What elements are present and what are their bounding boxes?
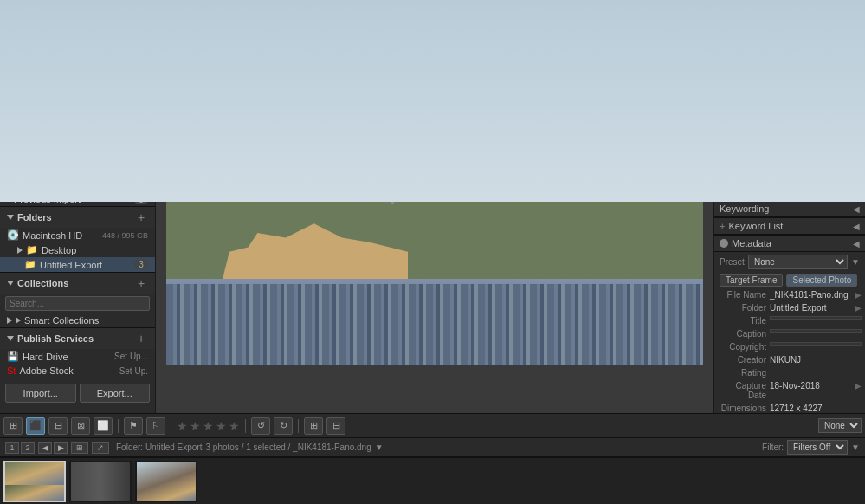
meta-folder-row: Folder Untitled Export ▶ [714, 301, 865, 314]
selected-photo-button[interactable]: Selected Photo [786, 274, 857, 287]
add-publish-button[interactable]: + [134, 332, 148, 346]
add-folder-button[interactable]: + [134, 210, 148, 224]
view-loupe-icon[interactable]: ⬛ [26, 417, 45, 435]
grid-page-1[interactable]: 1 [5, 442, 19, 454]
keyword-list-section: + Keyword List ◀ [714, 217, 865, 235]
folder-icon: 📁 [26, 244, 38, 255]
metadata-preset-select[interactable]: None [748, 255, 848, 269]
filmstrip-prev[interactable]: ◀ [38, 442, 52, 454]
filename-dropdown[interactable]: ▼ [375, 443, 384, 452]
publish-hard-drive[interactable]: 💾 Hard Drive Set Up... [0, 349, 155, 364]
publish-collapse-icon [7, 336, 14, 341]
keywording-title: Keywording [720, 204, 769, 214]
metadata-preset-arrow: ▼ [851, 257, 860, 267]
keyword-list-add-icon: + [720, 221, 725, 231]
meta-title-row: Title [714, 314, 865, 327]
publish-title: Publish Services [17, 333, 94, 344]
publish-adobe-stock[interactable]: St Adobe Stock Set Up. [0, 364, 155, 378]
film-thumb-3-image [137, 462, 196, 501]
folders-section: Folders + 💽 Macintosh HD 448 / 995 GB 📁 … [0, 207, 155, 273]
star-1[interactable]: ★ [177, 419, 188, 433]
keyword-list-header[interactable]: + Keyword List ◀ [714, 218, 865, 235]
drive-macintosh[interactable]: 💽 Macintosh HD 448 / 995 GB [0, 228, 155, 242]
meta-capture-row: Capture Date 18-Nov-2018 ▶ [714, 379, 865, 402]
status-bar: 1 2 ◀ ▶ ⊞ ⤢ Folder: Untitled Export 3 ph… [0, 437, 865, 456]
smart-collections-icon [16, 317, 21, 324]
add-collection-button[interactable]: + [134, 276, 148, 290]
filmstrip [0, 456, 865, 504]
import-export-area: Import... Export... [0, 378, 155, 408]
folder-label: Folder: Untitled Export [116, 443, 203, 452]
metadata-fields: File Name _NIK4181-Pano.dng ▶ Folder Unt… [714, 288, 865, 413]
metadata-section: Metadata ◀ Preset None ▼ Target Frame Se… [714, 235, 865, 413]
folders-collapse-icon [7, 215, 14, 220]
folder-expand-icon [17, 247, 23, 254]
publish-services-section: Publish Services + 💾 Hard Drive Set Up..… [0, 328, 155, 378]
meta-dimensions-row: Dimensions 12712 x 4227 [714, 402, 865, 413]
view-grid-icon[interactable]: ⊞ [3, 417, 23, 435]
zoom-out-icon[interactable]: ⊟ [326, 417, 345, 435]
metadata-eye-icon [720, 239, 728, 248]
rotate-right-icon[interactable]: ↻ [274, 417, 293, 435]
filter-select[interactable]: Filters Off [787, 440, 848, 455]
folder-desktop[interactable]: 📁 Desktop [0, 242, 155, 257]
collections-title: Collections [17, 278, 68, 288]
filmstrip-nav: ◀ ▶ [38, 442, 68, 454]
folder-icon: 📁 [24, 259, 36, 270]
target-frame-button[interactable]: Target Frame [720, 274, 783, 287]
star-4[interactable]: ★ [216, 419, 227, 433]
collections-header[interactable]: Collections + [0, 273, 155, 294]
grid-navigation: 1 2 [5, 442, 35, 454]
star-3[interactable]: ★ [203, 419, 214, 433]
hard-drive-icon: 💾 [7, 351, 19, 362]
folder-untitled-export[interactable]: 📁 Untitled Export 3 [0, 257, 155, 272]
keywording-arrow: ◀ [853, 204, 860, 214]
view-survey-icon[interactable]: ⊠ [71, 417, 90, 435]
toolbar-separator-4 [298, 419, 299, 433]
meta-filename-edit[interactable]: ▶ [855, 290, 862, 300]
collection-search-input[interactable] [5, 296, 150, 311]
unflag-icon[interactable]: ⚐ [146, 417, 165, 435]
export-button[interactable]: Export... [80, 384, 151, 403]
publish-services-header[interactable]: Publish Services + [0, 328, 155, 349]
filter-label: Filter: [762, 443, 784, 452]
meta-caption-row: Caption [714, 327, 865, 340]
flag-icon[interactable]: ⚑ [124, 417, 143, 435]
keyword-list-arrow: ◀ [853, 222, 860, 231]
keyword-list-title: Keyword List [728, 221, 783, 231]
import-button[interactable]: Import... [5, 384, 76, 403]
view-people-icon[interactable]: ⬜ [94, 417, 113, 435]
filmstrip-expand[interactable]: ⤢ [92, 442, 109, 454]
folder-items: 💽 Macintosh HD 448 / 995 GB 📁 Desktop 📁 … [0, 228, 155, 272]
bottom-toolbar: ⊞ ⬛ ⊟ ⊠ ⬜ ⚑ ⚐ ★ ★ ★ ★ ★ ↺ ↻ ⊞ ⊟ None [0, 413, 865, 437]
folders-header[interactable]: Folders + [0, 207, 155, 228]
film-thumb-3[interactable] [135, 461, 197, 502]
rotate-left-icon[interactable]: ↺ [251, 417, 270, 435]
view-compare-icon[interactable]: ⊟ [48, 417, 68, 435]
filter-expand-icon: ▼ [851, 443, 860, 452]
meta-copyright-row: Copyright [714, 340, 865, 353]
film-thumb-1[interactable] [3, 461, 66, 502]
star-rating: ★ ★ ★ ★ ★ [177, 419, 240, 433]
star-2[interactable]: ★ [190, 419, 201, 433]
keywording-header[interactable]: Keywording ◀ [714, 201, 865, 217]
filmstrip-next[interactable]: ▶ [54, 442, 68, 454]
meta-folder-edit[interactable]: ▶ [855, 303, 862, 313]
meta-date-edit[interactable]: ▶ [855, 381, 862, 391]
collections-section: Collections + Smart Collections [0, 273, 155, 328]
film-thumb-2[interactable] [69, 461, 132, 502]
toolbar-dropdown[interactable]: None [818, 418, 862, 433]
hard-drive-icon: 💽 [7, 229, 19, 241]
grid-page-2[interactable]: 2 [21, 442, 35, 454]
metadata-title: Metadata [732, 238, 771, 249]
zoom-in-icon[interactable]: ⊞ [304, 417, 323, 435]
metadata-header[interactable]: Metadata ◀ [714, 236, 865, 252]
panorama-buildings [166, 284, 703, 365]
star-5[interactable]: ★ [229, 419, 240, 433]
metadata-preset-row: Preset None ▼ [714, 252, 865, 272]
film-thumb-1-image [5, 462, 64, 501]
smart-collections-group[interactable]: Smart Collections [0, 313, 155, 327]
folders-title: Folders [17, 212, 52, 223]
film-thumb-2-image [71, 462, 130, 501]
filmstrip-grid-view[interactable]: ⊞ [71, 442, 88, 454]
